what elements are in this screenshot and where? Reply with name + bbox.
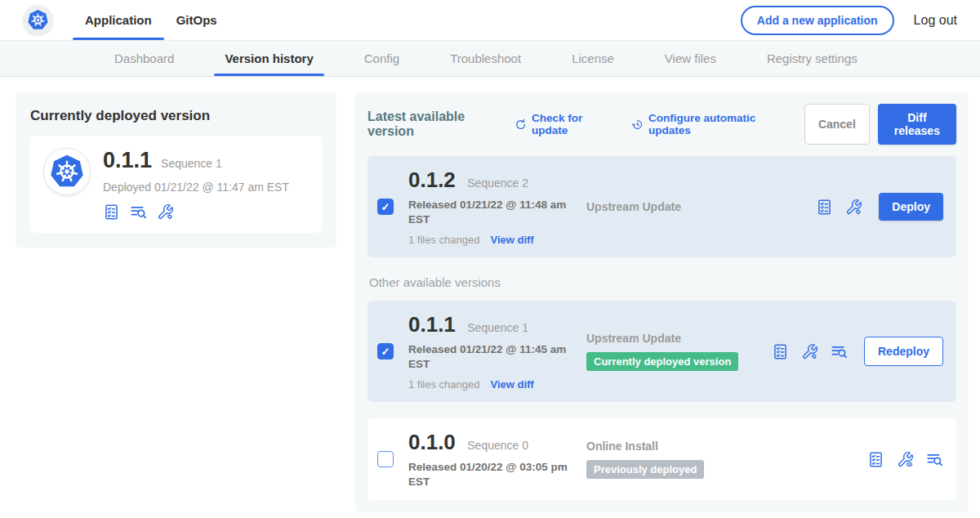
kubernetes-logo — [23, 5, 53, 35]
version-row-0-1-2: ✓ 0.1.2 Sequence 2 Released 01/21/22 @ 1… — [368, 156, 956, 257]
version-history-panel: Latest available version Check for updat… — [355, 92, 969, 512]
version-number: 0.1.2 — [408, 167, 456, 192]
released-timestamp: Released 01/21/22 @ 11:48 am EST — [408, 198, 572, 226]
released-timestamp: Released 01/21/22 @ 11:45 am EST — [408, 342, 572, 371]
deployed-version-sequence: Sequence 1 — [161, 157, 222, 170]
currently-deployed-badge: Currently deployed version — [586, 352, 738, 371]
version-sequence: Sequence 0 — [467, 439, 528, 452]
currently-deployed-title: Currently deployed version — [30, 108, 322, 124]
view-diff-link[interactable]: View diff — [490, 234, 533, 246]
deployed-timestamp: Deployed 01/21/22 @ 11:47 am EST — [103, 181, 289, 194]
version-source: Online Install — [586, 440, 858, 453]
deploy-button[interactable]: Deploy — [879, 193, 943, 221]
edit-config-icon[interactable] — [845, 199, 862, 216]
check-icon: ✓ — [381, 346, 390, 358]
preflight-checks-icon[interactable] — [867, 451, 884, 468]
version-source: Upstream Update — [586, 200, 806, 213]
tab-application[interactable]: Application — [73, 0, 164, 40]
version-sequence: Sequence 1 — [467, 321, 528, 334]
redeploy-button[interactable]: Redeploy — [864, 337, 943, 366]
logout-link[interactable]: Log out — [914, 13, 957, 28]
view-deploy-logs-icon[interactable] — [831, 343, 848, 360]
version-checkbox[interactable]: ✓ — [377, 343, 394, 359]
topbar-right: Add a new application Log out — [741, 0, 980, 40]
kubernetes-helm-icon — [49, 154, 85, 190]
subnav-dashboard[interactable]: Dashboard — [114, 41, 174, 76]
refresh-icon — [514, 118, 527, 132]
preflight-checks-icon[interactable] — [772, 343, 789, 360]
version-source: Upstream Update — [586, 332, 762, 345]
released-timestamp: Released 01/20/22 @ 03:05 pm EST — [408, 460, 572, 489]
app-subnav: Dashboard Version history Config Trouble… — [0, 41, 980, 77]
view-diff-link[interactable]: View diff — [490, 378, 533, 391]
view-deploy-logs-icon[interactable] — [926, 451, 943, 468]
deployed-version-number: 0.1.1 — [103, 148, 152, 173]
add-application-button[interactable]: Add a new application — [741, 6, 894, 35]
topbar: Application GitOps Add a new application… — [0, 0, 980, 41]
view-config-icon[interactable] — [897, 451, 914, 468]
view-deploy-logs-icon[interactable] — [130, 203, 147, 221]
check-for-update-label: Check for update — [532, 112, 613, 136]
check-icon: ✓ — [381, 201, 390, 213]
edit-config-icon[interactable] — [157, 203, 174, 221]
main-content: Currently deployed version 0.1.1 Sequenc… — [0, 77, 980, 512]
currently-deployed-panel: Currently deployed version 0.1.1 Sequenc… — [16, 92, 336, 248]
configure-auto-updates-link[interactable]: Configure automatic updates — [631, 112, 786, 136]
kubernetes-helm-icon — [27, 9, 49, 31]
edit-config-icon[interactable] — [801, 343, 818, 360]
latest-version-title: Latest available version — [368, 109, 501, 139]
tab-gitops[interactable]: GitOps — [164, 0, 229, 40]
diff-releases-button[interactable]: Diff releases — [878, 104, 956, 145]
subnav-registry-settings[interactable]: Registry settings — [767, 41, 858, 76]
cancel-button[interactable]: Cancel — [804, 104, 870, 145]
version-row-0-1-0: 0.1.0 Sequence 0 Released 01/20/22 @ 03:… — [368, 418, 956, 500]
subnav-version-history[interactable]: Version history — [225, 41, 313, 76]
files-changed-label: 1 files changed — [408, 234, 479, 246]
subnav-license[interactable]: License — [572, 41, 614, 76]
configure-auto-updates-label: Configure automatic updates — [648, 112, 786, 136]
version-sequence: Sequence 2 — [467, 176, 528, 190]
auto-update-clock-icon — [631, 118, 644, 132]
subnav-view-files[interactable]: View files — [665, 41, 716, 76]
other-versions-label: Other available versions — [369, 275, 956, 289]
version-row-0-1-1: ✓ 0.1.1 Sequence 1 Released 01/21/22 @ 1… — [368, 301, 956, 402]
currently-deployed-card: 0.1.1 Sequence 1 Deployed 01/21/22 @ 11:… — [30, 136, 322, 233]
files-changed-label: 1 files changed — [408, 378, 479, 391]
version-checkbox[interactable]: ✓ — [377, 199, 394, 215]
preflight-checks-icon[interactable] — [103, 203, 120, 221]
version-checkbox[interactable] — [377, 451, 394, 467]
previously-deployed-badge: Previously deployed — [586, 460, 704, 479]
version-number: 0.1.1 — [408, 312, 456, 337]
tab-gitops-label: GitOps — [176, 13, 217, 27]
check-for-update-link[interactable]: Check for update — [514, 112, 613, 136]
preflight-checks-icon[interactable] — [816, 199, 833, 216]
latest-version-header: Latest available version Check for updat… — [368, 104, 956, 145]
tab-application-label: Application — [85, 13, 152, 27]
version-number: 0.1.0 — [408, 430, 456, 454]
app-logo — [43, 148, 91, 195]
subnav-config[interactable]: Config — [364, 41, 399, 76]
subnav-troubleshoot[interactable]: Troubleshoot — [450, 41, 521, 76]
